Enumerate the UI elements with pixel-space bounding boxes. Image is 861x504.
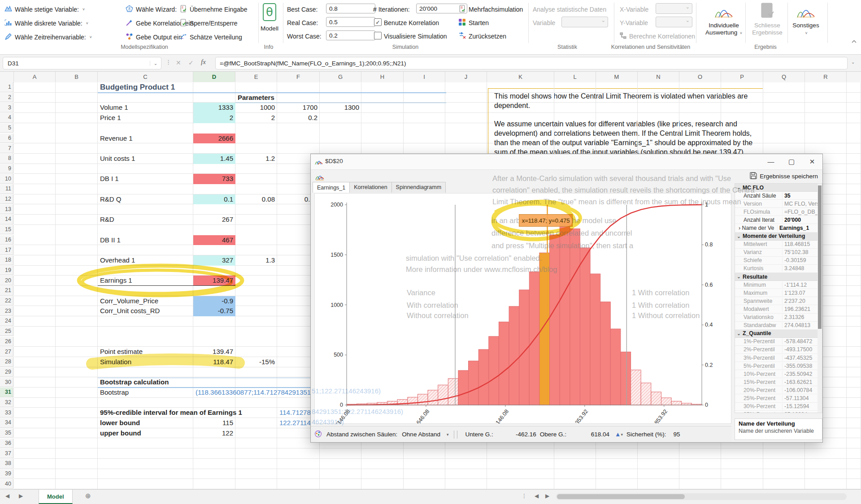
column-header-I[interactable]: I: [404, 72, 445, 82]
row-header-28[interactable]: 28: [0, 357, 13, 367]
panel-row-5-perzentil[interactable]: 5%-Perzentil-355.09538: [735, 362, 822, 370]
row-header-17[interactable]: 17: [0, 245, 13, 255]
ribbon-item-w-hle-diskrete-variable-[interactable]: Wähle diskrete Variable:˅: [4, 17, 88, 29]
column-header-J[interactable]: J: [445, 72, 487, 82]
cell-D28[interactable]: 118.47: [193, 357, 235, 367]
fx-icon[interactable]: fx: [201, 58, 206, 66]
column-header-G[interactable]: G: [320, 72, 361, 82]
row-header-5[interactable]: 5: [0, 123, 13, 133]
column-header-P[interactable]: P: [721, 72, 763, 82]
column-header-C[interactable]: C: [98, 72, 193, 82]
cell-C35[interactable]: upper bound: [98, 428, 193, 439]
column-header-B[interactable]: B: [56, 72, 98, 82]
tabbar-dots-icon[interactable]: ⋮: [522, 493, 527, 499]
histogram-bar[interactable]: [590, 274, 600, 405]
sheet-nav-right-icon[interactable]: ▶: [19, 493, 23, 499]
cell-E18[interactable]: 1.3: [235, 255, 277, 266]
confidence-chevron-icon[interactable]: ▾: [621, 432, 623, 437]
histogram-bar[interactable]: [469, 361, 479, 405]
gap-dropdown-chevron-icon[interactable]: ▾: [447, 432, 449, 437]
ribbon-item-w-hle-wizard-[interactable]: Wähle Wizard:˅: [126, 4, 183, 15]
row-header-1[interactable]: 1: [0, 82, 13, 92]
cell-C12[interactable]: R&D Q: [98, 194, 193, 205]
row-header-10[interactable]: 10: [0, 174, 13, 184]
cell-D10[interactable]: 733: [193, 174, 235, 184]
section-chevron-icon[interactable]: ⌄: [735, 185, 743, 190]
panel-row-15-perzent[interactable]: 15%-Perzent-163.62621: [735, 378, 822, 386]
enter-icon[interactable]: ✓: [188, 59, 194, 66]
cell-C18[interactable]: Overhead 1: [98, 255, 193, 266]
histogram-bar[interactable]: [600, 302, 611, 405]
ribbon-item--bernehme-eingabe[interactable]: Übernehme Eingabe: [179, 4, 247, 15]
cell-C34[interactable]: lower bound: [98, 418, 193, 428]
panel-row-maximum[interactable]: Maximum1'123.07: [735, 289, 822, 297]
best-case-input[interactable]: 0.8: [326, 4, 375, 13]
y-variable-dropdown[interactable]: [656, 17, 692, 27]
row-header-33[interactable]: 33: [0, 408, 13, 418]
cell-D35[interactable]: 122: [193, 428, 235, 439]
panel-row-30-perzent[interactable]: 30%-Perzent-15.12594: [735, 403, 822, 411]
row-header-22[interactable]: 22: [0, 296, 13, 306]
confidence-value[interactable]: 95: [673, 431, 680, 438]
cell-D14[interactable]: 267: [193, 215, 235, 225]
hscroll-thumb[interactable]: [557, 494, 685, 499]
confidence-triangle-icon[interactable]: ▲: [615, 431, 621, 438]
cell-D20[interactable]: 139.47: [193, 276, 235, 286]
visualize-simulation-checkbox[interactable]: [374, 32, 382, 39]
x-variable-dropdown[interactable]: [656, 3, 692, 14]
ribbon-item-sperre-entsperre[interactable]: Sperre/Entsperre: [179, 17, 238, 29]
close-button[interactable]: ✕: [802, 154, 822, 169]
panel-row-anzahl-iterat[interactable]: Anzahl Iterat20'000: [735, 216, 822, 224]
formula-input[interactable]: =@fMC_BootStrapN(fMC_Name(FLO_o_Earnings…: [215, 57, 848, 69]
section-chevron-icon[interactable]: ⌄: [735, 331, 743, 336]
cell-E8[interactable]: 1.2: [235, 154, 277, 164]
cell-F4[interactable]: 0.2: [277, 113, 320, 123]
cell-D23[interactable]: -0.75: [193, 306, 235, 316]
panel-section-resultate[interactable]: ⌄Resultate: [735, 273, 822, 281]
histogram-bar[interactable]: [448, 379, 458, 405]
histogram-bar[interactable]: [478, 349, 489, 405]
cell-C20[interactable]: Earnings 1: [98, 276, 193, 286]
row-header-36[interactable]: 36: [0, 439, 13, 448]
histogram-bar[interactable]: [671, 401, 682, 405]
cell-C8[interactable]: Unit costs 1: [98, 154, 193, 164]
panel-row-name-der-ve[interactable]: › Name der VeEarnings_1: [735, 224, 822, 232]
histogram-bar[interactable]: [570, 229, 580, 405]
cell-C14[interactable]: R&D: [98, 215, 193, 225]
analyse-statistical-data-button[interactable]: Analyse statistische Daten: [533, 4, 606, 15]
cell-E3[interactable]: 1000: [235, 103, 277, 113]
panel-row-version[interactable]: VersionMC FLO, Versio: [735, 200, 822, 208]
statistik-variable-dropdown[interactable]: [561, 17, 608, 27]
dialog-title-bar[interactable]: $D$20 — ▢ ✕: [311, 154, 822, 170]
row-header-4[interactable]: 4: [0, 113, 13, 123]
column-header-R[interactable]: R: [805, 72, 847, 82]
row-header-16[interactable]: 16: [0, 235, 13, 245]
column-header-Q[interactable]: Q: [763, 72, 805, 82]
histogram-bar[interactable]: [509, 306, 519, 405]
row-header-15[interactable]: 15: [0, 225, 13, 235]
panel-row-minimum[interactable]: Minimum-1'114.12: [735, 281, 822, 289]
cell-D4[interactable]: 2: [193, 113, 235, 123]
cell-D12[interactable]: 0.1: [193, 194, 235, 205]
cell-C6[interactable]: Revenue 1: [98, 134, 193, 144]
histogram-bar[interactable]: [631, 370, 641, 405]
histogram-bar[interactable]: [539, 253, 550, 405]
panel-row-varianz[interactable]: Varianz75'102.38: [735, 249, 822, 257]
panel-row-mittelwert[interactable]: Mittelwert118.46815: [735, 241, 822, 249]
histogram-bar[interactable]: [499, 322, 509, 405]
panel-row-standardabw[interactable]: Standardabw274.04813: [735, 322, 822, 330]
histogram-bar[interactable]: [651, 392, 661, 405]
row-header-2[interactable]: 2: [0, 93, 13, 103]
dialog-tab-earnings_1[interactable]: Earnings_1: [313, 182, 350, 193]
dialog-tab-korrelationen[interactable]: Korrelationen: [349, 182, 391, 193]
row-header-9[interactable]: 9: [0, 164, 13, 174]
column-header-A[interactable]: A: [14, 72, 56, 82]
column-header-H[interactable]: H: [361, 72, 404, 82]
panel-row-1-perzentil[interactable]: 1%-Perzentil-578.48472: [735, 338, 822, 346]
panel-section-momente-der-verteilung[interactable]: ⌄Momente der Verteilung: [735, 233, 822, 241]
panel-row-kurtosis[interactable]: Kurtosis3.24848: [735, 265, 822, 273]
hscroll-track[interactable]: [556, 493, 847, 500]
cell-C33[interactable]: 95%-credible interval for mean of Earnin…: [98, 408, 273, 418]
histogram-bar[interactable]: [489, 336, 499, 405]
histogram-bar[interactable]: [641, 383, 651, 405]
